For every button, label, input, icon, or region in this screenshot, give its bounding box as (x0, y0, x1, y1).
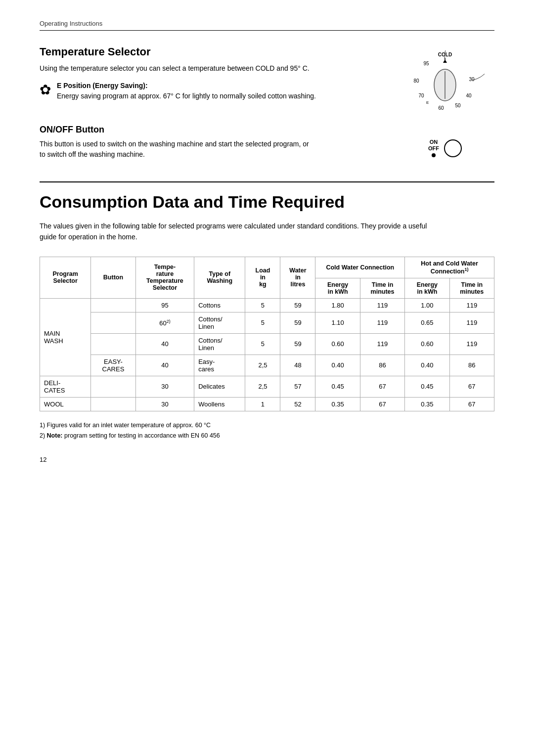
footnote-1: 1) Figures valid for an inlet water temp… (40, 420, 494, 431)
cell-hot-energy-1: 1.00 (405, 298, 449, 312)
onoff-body: This button is used to switch on the was… (40, 139, 316, 160)
cell-type-3: Cottons/Linen (194, 333, 245, 355)
cell-temp-1: 95 (135, 298, 194, 312)
cell-type-4: Easy-cares (194, 355, 245, 376)
cell-water-4: 48 (280, 355, 315, 376)
table-header-row-1: Program Selector Button Tempe-ratureTemp… (40, 257, 494, 278)
cell-load-6: 1 (245, 397, 280, 411)
svg-text:70: 70 (418, 93, 424, 98)
cell-button-2 (91, 312, 135, 333)
temperature-body: Using the temperature selector you can s… (40, 63, 316, 74)
cell-program-wool: WOOL (40, 397, 91, 411)
svg-text:80: 80 (413, 78, 419, 84)
onoff-label: ONOFF (428, 139, 439, 151)
header-hot-cold-water: Hot and Cold Water Connection1) (405, 257, 494, 278)
cell-temp-3: 40 (135, 333, 194, 355)
cell-cold-energy-3: 0.60 (315, 333, 360, 355)
cell-type-5: Delicates (194, 376, 245, 397)
cell-hot-energy-6: 0.35 (405, 397, 449, 411)
cell-type-1: Cottons (194, 298, 245, 312)
cell-load-5: 2,5 (245, 376, 280, 397)
cell-button-6 (91, 397, 135, 411)
header-program-selector: Program Selector (40, 257, 91, 298)
table-row: WOOL 30 Woollens 1 52 0.35 67 0.35 67 (40, 397, 494, 411)
cell-hot-time-2: 119 (449, 312, 494, 333)
cell-hot-time-5: 67 (449, 376, 494, 397)
table-row: DELI-CATES 30 Delicates 2,5 57 0.45 67 0… (40, 376, 494, 397)
table-row: 602) Cottons/Linen 5 59 1.10 119 0.65 11… (40, 312, 494, 333)
consumption-intro: The values given in the following table … (40, 221, 445, 243)
cell-button-1 (91, 298, 135, 312)
cell-load-4: 2,5 (245, 355, 280, 376)
cell-temp-6: 30 (135, 397, 194, 411)
onoff-indicator-dot (432, 153, 436, 157)
page: Operating Instructions Temperature Selec… (0, 0, 534, 756)
cell-button-4: EASY-CARES (91, 355, 135, 376)
top-bar: Operating Instructions (40, 20, 494, 31)
header-load-kg: Loadinkg (245, 257, 280, 298)
onoff-text-area: ON/OFF Button This button is used to swi… (40, 125, 316, 167)
cell-cold-energy-4: 0.40 (315, 355, 360, 376)
cell-cold-time-5: 67 (360, 376, 404, 397)
footnote-2-bold: Note: (47, 432, 63, 439)
cell-load-1: 5 (245, 298, 280, 312)
energy-row: ✿ E Position (Energy Saving): Energy sav… (40, 81, 316, 101)
svg-text:95: 95 (423, 61, 429, 66)
cell-hot-energy-2: 0.65 (405, 312, 449, 333)
onoff-section: ON/OFF Button This button is used to swi… (40, 125, 494, 167)
onoff-button-diagram (444, 139, 462, 157)
header-button: Button (91, 257, 135, 298)
cell-cold-time-3: 119 (360, 333, 404, 355)
table-row: EASY-CARES 40 Easy-cares 2,5 48 0.40 86 … (40, 355, 494, 376)
cell-hot-energy-3: 0.60 (405, 333, 449, 355)
cell-hot-time-6: 67 (449, 397, 494, 411)
onoff-title: ON/OFF Button (40, 125, 316, 135)
cell-hot-time-3: 119 (449, 333, 494, 355)
consumption-title: Consumption Data and Time Required (40, 181, 494, 212)
cell-program-delicates: DELI-CATES (40, 376, 91, 397)
cell-cold-energy-6: 0.35 (315, 397, 360, 411)
cell-temp-2: 602) (135, 312, 194, 333)
header-cold-energy: Energyin kWh (315, 278, 360, 298)
svg-text:30: 30 (469, 77, 475, 82)
temperature-dial-area: COLD 95 80 70 E 60 50 40 30 (396, 45, 494, 120)
header-temperature: Tempe-ratureTemperature Selector (135, 257, 194, 298)
temperature-section: Temperature Selector Using the temperatu… (40, 45, 494, 120)
onoff-diagram-area: ONOFF (396, 125, 494, 167)
cell-button-5 (91, 376, 135, 397)
cell-temp-5: 30 (135, 376, 194, 397)
energy-saving-icon: ✿ (40, 82, 51, 98)
header-cold-water: Cold Water Connection (315, 257, 405, 278)
svg-text:60: 60 (438, 105, 444, 111)
temperature-dial-svg: COLD 95 80 70 E 60 50 40 30 (405, 50, 485, 120)
svg-text:50: 50 (455, 103, 461, 108)
cell-cold-energy-2: 1.10 (315, 312, 360, 333)
header-type-of-washing: Type of Washing (194, 257, 245, 298)
cell-cold-energy-1: 1.80 (315, 298, 360, 312)
table-row: MAINWASH 95 Cottons 5 59 1.80 119 1.00 1… (40, 298, 494, 312)
cell-hot-time-4: 86 (449, 355, 494, 376)
header-hot-energy: Energyin kWh (405, 278, 449, 298)
footnote-super-2: 2) (167, 319, 171, 324)
footnotes: 1) Figures valid for an inlet water temp… (40, 420, 494, 442)
cell-hot-energy-5: 0.45 (405, 376, 449, 397)
energy-text: E Position (Energy Saving): Energy savin… (57, 81, 316, 101)
energy-body: Energy saving program at approx. 67° C f… (57, 92, 316, 100)
footnote-superscript-1: 1) (464, 267, 468, 272)
cell-water-5: 57 (280, 376, 315, 397)
page-number: 12 (40, 456, 494, 463)
cell-water-1: 59 (280, 298, 315, 312)
table-row: 40 Cottons/Linen 5 59 0.60 119 0.60 119 (40, 333, 494, 355)
cell-load-3: 5 (245, 333, 280, 355)
cell-water-6: 52 (280, 397, 315, 411)
cell-button-3 (91, 333, 135, 355)
cell-hot-energy-4: 0.40 (405, 355, 449, 376)
svg-text:40: 40 (466, 93, 472, 98)
temperature-text-area: Temperature Selector Using the temperatu… (40, 45, 316, 120)
header-cold-time: Time inminutes (360, 278, 404, 298)
cell-hot-time-1: 119 (449, 298, 494, 312)
svg-text:E: E (426, 100, 429, 105)
cell-type-6: Woollens (194, 397, 245, 411)
cell-cold-time-6: 67 (360, 397, 404, 411)
cell-cold-time-4: 86 (360, 355, 404, 376)
